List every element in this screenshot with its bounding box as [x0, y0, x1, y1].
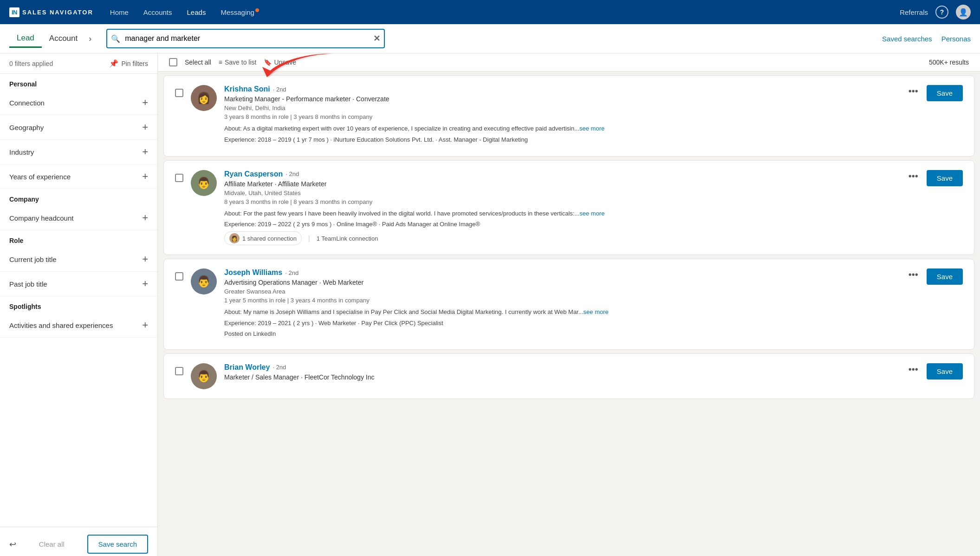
card-checkbox[interactable] — [175, 174, 183, 182]
save-search-button[interactable]: Save search — [87, 535, 148, 554]
pin-icon: 📌 — [109, 59, 118, 68]
card-actions: ••• Save — [906, 170, 963, 186]
save-lead-button[interactable]: Save — [927, 170, 963, 186]
card-experience: Experience: 2018 – 2019 ( 1 yr 7 mos ) ·… — [224, 136, 895, 143]
filters-sidebar: 0 filters applied 📌 Pin filters Personal… — [0, 53, 158, 556]
filter-past-job-title[interactable]: Past job title + — [0, 272, 157, 296]
card-body: Joseph Williams · 2nd Advertising Operat… — [224, 268, 895, 340]
more-options-button[interactable]: ••• — [906, 268, 921, 281]
avatar: 👩 — [191, 85, 217, 111]
undo-icon[interactable]: ↩ — [9, 539, 16, 549]
lead-name[interactable]: Krishna Soni — [224, 85, 270, 93]
search-area: Lead Account › 🔍 ✕ Saved searches Person… — [0, 24, 980, 53]
see-more-link[interactable]: see more — [584, 308, 609, 315]
brand-name: SALES NAVIGATOR — [22, 9, 93, 16]
filter-section-role: Role — [0, 230, 157, 247]
card-job-title: Affiliate Marketer · Affiliate Marketer — [224, 180, 895, 188]
see-more-link[interactable]: see more — [579, 125, 604, 132]
more-options-button[interactable]: ••• — [906, 170, 921, 183]
card-job-title: Marketer / Sales Manager · FleetCor Tech… — [224, 373, 895, 381]
result-card: 👨 Ryan Casperson · 2nd Affiliate Markete… — [163, 160, 974, 255]
connection-avatar: 👩 — [229, 233, 240, 243]
save-lead-button[interactable]: Save — [927, 268, 963, 285]
avatar: 👨 — [191, 170, 217, 196]
card-about: About: My name is Joseph Williams and I … — [224, 307, 895, 317]
save-lead-button[interactable]: Save — [927, 363, 963, 379]
nav-leads[interactable]: Leads — [182, 6, 212, 19]
filter-geography[interactable]: Geography + — [0, 115, 157, 140]
save-lead-button[interactable]: Save — [927, 85, 963, 101]
filter-expand-icon: + — [142, 319, 148, 331]
search-right-actions: Saved searches Personas — [882, 35, 971, 43]
filter-expand-icon: + — [142, 146, 148, 158]
top-navigation: IN SALES NAVIGATOR Home Accounts Leads M… — [0, 0, 980, 24]
result-card: 👩 Krishna Soni · 2nd Marketing Manager -… — [163, 75, 974, 157]
filter-years-experience[interactable]: Years of experience + — [0, 164, 157, 189]
pin-filters-button[interactable]: 📌 Pin filters — [109, 59, 148, 68]
nav-referrals-link[interactable]: Referrals — [900, 8, 928, 16]
filter-company-headcount[interactable]: Company headcount + — [0, 206, 157, 230]
lead-name[interactable]: Brian Worley — [224, 363, 270, 372]
main-content: 0 filters applied 📌 Pin filters Personal… — [0, 53, 980, 556]
card-experience: Experience: 2019 – 2021 ( 2 yrs ) · Web … — [224, 320, 895, 327]
user-avatar[interactable]: 👤 — [956, 5, 971, 20]
nav-accounts[interactable]: Accounts — [138, 6, 178, 19]
filter-expand-icon: + — [142, 121, 148, 133]
search-clear-icon[interactable]: ✕ — [373, 33, 380, 44]
filter-section-company: Company — [0, 189, 157, 206]
messaging-notification-dot — [255, 8, 259, 12]
select-all-checkbox[interactable] — [169, 58, 177, 66]
connection-degree: · 2nd — [273, 364, 286, 371]
tab-lead[interactable]: Lead — [9, 30, 42, 48]
nav-messaging[interactable]: Messaging — [215, 6, 265, 19]
card-about: About: As a digital marketing expert wit… — [224, 124, 895, 133]
card-checkbox[interactable] — [175, 367, 183, 375]
unsave-action[interactable]: 🔖 Unsave — [264, 59, 296, 66]
nav-links: Home Accounts Leads Messaging — [104, 6, 900, 19]
filter-current-job-title[interactable]: Current job title + — [0, 247, 157, 272]
nav-home[interactable]: Home — [104, 6, 134, 19]
select-all-label[interactable]: Select all — [185, 59, 211, 66]
shared-connection-chip: 👩 1 shared connection — [224, 231, 302, 245]
search-input[interactable] — [106, 29, 385, 48]
tab-more-chevron[interactable]: › — [85, 32, 95, 46]
nav-logo[interactable]: IN SALES NAVIGATOR — [9, 7, 93, 17]
saved-searches-link[interactable]: Saved searches — [882, 35, 932, 43]
search-tabs: Lead Account › — [9, 30, 95, 48]
filter-connection[interactable]: Connection + — [0, 91, 157, 115]
lead-name[interactable]: Joseph Williams — [224, 268, 282, 277]
filter-industry[interactable]: Industry + — [0, 140, 157, 164]
more-options-button[interactable]: ••• — [906, 85, 921, 98]
results-count: 500K+ results — [929, 59, 969, 66]
card-checkbox[interactable] — [175, 272, 183, 281]
card-tenure: 8 years 3 months in role | 8 years 3 mon… — [224, 198, 895, 205]
filter-expand-icon: + — [142, 278, 148, 290]
lead-name[interactable]: Ryan Casperson — [224, 170, 283, 178]
filter-expand-icon: + — [142, 253, 148, 265]
filters-header: 0 filters applied 📌 Pin filters — [0, 53, 157, 74]
card-checkbox[interactable] — [175, 89, 183, 97]
tab-account[interactable]: Account — [42, 30, 85, 47]
filter-expand-icon: + — [142, 212, 148, 224]
clear-all-button[interactable]: Clear all — [39, 540, 65, 548]
nav-right-actions: Referrals ? 👤 — [900, 5, 971, 20]
connection-degree: · 2nd — [286, 170, 299, 177]
connection-degree: · 2nd — [273, 86, 286, 93]
results-panel: Select all ≡ Save to list 🔖 Unsave 500K+… — [158, 53, 980, 556]
card-experience: Experience: 2019 – 2022 ( 2 yrs 9 mos ) … — [224, 221, 895, 228]
see-more-link[interactable]: see more — [579, 210, 604, 217]
avatar: 👨 — [191, 268, 217, 294]
card-location: Greater Swansea Area — [224, 288, 895, 295]
card-body: Ryan Casperson · 2nd Affiliate Marketer … — [224, 170, 895, 246]
filter-activities-shared[interactable]: Activities and shared experiences + — [0, 313, 157, 338]
card-posted: Posted on LinkedIn — [224, 330, 895, 337]
more-options-button[interactable]: ••• — [906, 363, 921, 376]
card-about: About: For the past few years I have bee… — [224, 209, 895, 218]
name-row: Brian Worley · 2nd — [224, 363, 895, 372]
avatar: 👨 — [191, 363, 217, 389]
save-to-list-action[interactable]: ≡ Save to list — [219, 59, 257, 66]
card-tenure: 3 years 8 months in role | 3 years 8 mon… — [224, 113, 895, 120]
help-icon[interactable]: ? — [935, 6, 948, 19]
personas-link[interactable]: Personas — [941, 35, 971, 43]
result-card: 👨 Brian Worley · 2nd Marketer / Sales Ma… — [163, 353, 974, 399]
